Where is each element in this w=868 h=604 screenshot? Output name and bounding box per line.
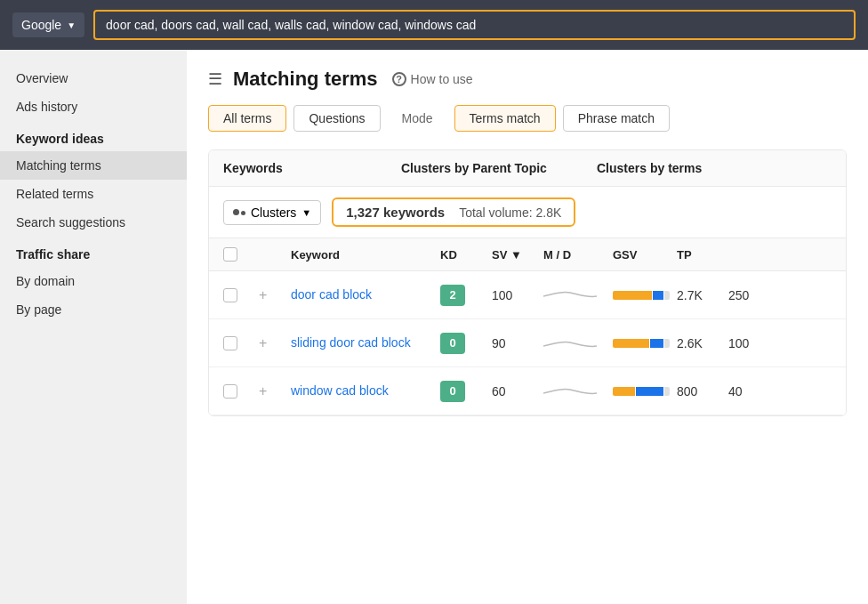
row-gsv-val: 800 xyxy=(677,384,721,399)
row-gsv-val: 2.7K xyxy=(677,288,721,302)
col-headers-row: Keywords Clusters by Parent Topic Cluste… xyxy=(209,150,846,187)
row-md xyxy=(543,332,606,354)
th-tp[interactable]: TP xyxy=(677,248,721,262)
gsv-blue-segment xyxy=(636,387,663,396)
gsv-bar xyxy=(613,387,670,396)
th-kd[interactable]: KD xyxy=(440,248,485,262)
row-sv: 90 xyxy=(492,336,536,350)
clusters-button[interactable]: Clusters ▼ xyxy=(223,200,321,225)
row-md xyxy=(543,284,606,306)
gsv-bar xyxy=(613,291,670,300)
search-input[interactable] xyxy=(93,10,856,40)
th-md[interactable]: M / D xyxy=(543,248,606,262)
row-tp: 40 xyxy=(728,384,773,399)
sidebar-item-by-domain[interactable]: By domain xyxy=(0,267,187,295)
row-md xyxy=(543,380,606,402)
dot-small xyxy=(241,211,245,215)
row-add-icon[interactable]: + xyxy=(259,383,284,399)
col-header-parent-topic: Clusters by Parent Topic xyxy=(387,150,583,186)
th-sv[interactable]: SV ▼ xyxy=(492,248,536,262)
sidebar-item-overview[interactable]: Overview xyxy=(0,64,187,93)
add-keyword-icon[interactable]: + xyxy=(259,287,267,302)
sidebar-item-matching-terms[interactable]: Matching terms xyxy=(0,151,187,180)
gsv-yellow-segment xyxy=(613,387,635,396)
clusters-btn-label: Clusters xyxy=(251,205,296,220)
row-select-checkbox[interactable] xyxy=(223,336,237,350)
trend-sparkline xyxy=(543,332,597,351)
gsv-gray-segment xyxy=(664,291,670,300)
engine-chevron-icon: ▼ xyxy=(67,20,76,30)
add-keyword-icon[interactable]: + xyxy=(259,335,267,350)
kd-badge: 2 xyxy=(440,285,465,306)
row-select-checkbox[interactable] xyxy=(223,384,237,399)
dot-large xyxy=(233,209,239,215)
row-checkbox xyxy=(223,384,252,399)
row-add-icon[interactable]: + xyxy=(259,335,284,351)
menu-icon[interactable]: ☰ xyxy=(208,69,222,89)
gsv-gray-segment xyxy=(664,339,670,348)
row-keyword: sliding door cad block xyxy=(291,334,433,350)
tab-mode-label: Mode xyxy=(388,106,447,131)
keyword-count: 1,327 keywords xyxy=(346,205,445,220)
main-content: ☰ Matching terms ? How to use All terms … xyxy=(187,50,868,604)
row-keyword: door cad block xyxy=(291,286,433,302)
trend-sparkline xyxy=(543,380,597,399)
trend-sparkline xyxy=(543,284,597,303)
kd-badge: 0 xyxy=(440,381,465,402)
row-kd: 0 xyxy=(440,381,485,402)
row-sv: 100 xyxy=(492,288,536,302)
tab-terms-match[interactable]: Terms match xyxy=(454,105,556,132)
table-row: + door cad block 2 100 2.7K 250 xyxy=(209,271,846,319)
row-gsv-bar xyxy=(613,291,670,300)
gsv-blue-segment xyxy=(650,339,664,348)
sidebar-item-related-terms[interactable]: Related terms xyxy=(0,180,187,208)
page-header: ☰ Matching terms ? How to use xyxy=(208,68,847,91)
th-checkbox xyxy=(223,247,252,262)
sidebar-traffic-share-header: Traffic share xyxy=(0,237,187,267)
sidebar-item-search-suggestions[interactable]: Search suggestions xyxy=(0,208,187,237)
th-keyword[interactable]: Keyword xyxy=(291,248,433,262)
keyword-link[interactable]: door cad block xyxy=(291,287,372,302)
summary-row: Clusters ▼ 1,327 keywords Total volume: … xyxy=(209,187,846,238)
gsv-blue-segment xyxy=(653,291,664,300)
tab-questions[interactable]: Questions xyxy=(293,105,380,132)
top-bar: Google ▼ xyxy=(0,0,868,50)
row-gsv-bar xyxy=(613,339,670,348)
sidebar-keyword-ideas-header: Keyword ideas xyxy=(0,121,187,151)
page-title: Matching terms xyxy=(233,68,378,91)
keyword-link[interactable]: window cad block xyxy=(291,383,389,398)
row-keyword: window cad block xyxy=(291,383,433,399)
row-tp: 250 xyxy=(728,288,773,302)
sidebar-item-by-page[interactable]: By page xyxy=(0,295,187,324)
row-gsv-val: 2.6K xyxy=(677,336,721,350)
help-icon: ? xyxy=(392,72,406,86)
clusters-icon xyxy=(233,209,245,215)
how-to-use-label: How to use xyxy=(411,72,473,86)
data-rows-container: + door cad block 2 100 2.7K 250 + xyxy=(209,271,846,415)
row-add-icon[interactable]: + xyxy=(259,287,284,303)
engine-label: Google xyxy=(21,18,61,32)
gsv-gray-segment xyxy=(664,387,670,396)
keyword-link[interactable]: sliding door cad block xyxy=(291,335,411,350)
clusters-chevron-icon: ▼ xyxy=(301,207,311,218)
row-kd: 0 xyxy=(440,333,485,354)
engine-dropdown[interactable]: Google ▼ xyxy=(12,12,84,37)
gsv-yellow-segment xyxy=(613,291,652,300)
col-header-keywords: Keywords xyxy=(209,150,387,186)
sidebar-item-ads-history[interactable]: Ads history xyxy=(0,93,187,121)
row-sv: 60 xyxy=(492,384,536,399)
row-checkbox xyxy=(223,336,252,350)
add-keyword-icon[interactable]: + xyxy=(259,383,267,399)
how-to-use-link[interactable]: ? How to use xyxy=(392,72,473,86)
gsv-yellow-segment xyxy=(613,339,649,348)
row-select-checkbox[interactable] xyxy=(223,288,237,302)
row-checkbox xyxy=(223,288,252,302)
tab-phrase-match[interactable]: Phrase match xyxy=(563,105,670,132)
th-gsv[interactable]: GSV xyxy=(613,248,670,262)
table-area: Keywords Clusters by Parent Topic Cluste… xyxy=(208,149,847,416)
select-all-checkbox[interactable] xyxy=(223,247,237,262)
tab-all-terms[interactable]: All terms xyxy=(208,105,286,132)
table-row: + sliding door cad block 0 90 2.6K 100 xyxy=(209,319,846,367)
table-row: + window cad block 0 60 800 40 xyxy=(209,367,846,415)
summary-stats: 1,327 keywords Total volume: 2.8K xyxy=(332,197,575,227)
